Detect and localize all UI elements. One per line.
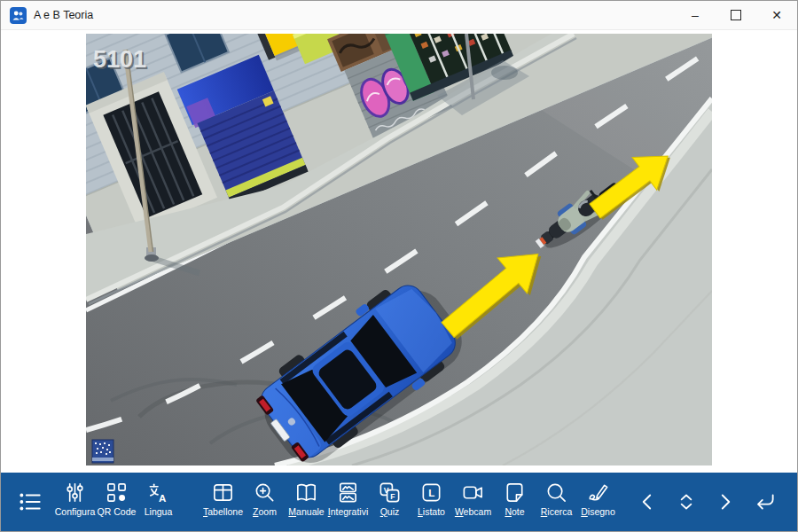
toolbar-button-lingua[interactable]: A Lingua xyxy=(137,474,179,529)
toolbar-label: Quiz xyxy=(380,506,400,517)
chevron-right-icon xyxy=(712,489,739,515)
svg-text:L: L xyxy=(428,488,434,498)
webcam-icon xyxy=(461,481,485,505)
images-icon xyxy=(336,481,360,505)
app-icon xyxy=(10,7,27,24)
previous-question-button[interactable] xyxy=(628,474,667,529)
toolbar-button-menu[interactable] xyxy=(6,474,54,529)
toolbar-button-qr-code[interactable]: QR Code xyxy=(96,474,137,529)
content-area: 5101 5101 xyxy=(1,30,797,473)
svg-text:A: A xyxy=(159,493,167,504)
list-icon xyxy=(17,489,43,515)
confirm-return-button[interactable] xyxy=(745,474,784,529)
close-button[interactable]: ✕ xyxy=(756,1,797,29)
toolbar-label: Configura xyxy=(55,506,96,517)
toolbar-button-listato[interactable]: L Listato xyxy=(411,474,452,529)
toolbar-label: Integrativi xyxy=(328,506,369,517)
return-arrow-icon xyxy=(751,489,778,515)
toolbar-label: Tabellone xyxy=(203,506,243,517)
sliders-icon xyxy=(63,481,87,505)
toolbar-button-integrativi[interactable]: Integrativi xyxy=(327,474,369,529)
grid-icon xyxy=(211,481,235,505)
maximize-icon xyxy=(731,10,741,20)
expand-collapse-button[interactable] xyxy=(667,474,706,529)
chevron-left-icon xyxy=(634,489,661,515)
next-question-button[interactable] xyxy=(706,474,745,529)
titlebar: A e B Teoria – ✕ xyxy=(1,1,797,30)
chevron-up-down-icon xyxy=(673,489,700,515)
question-image[interactable]: 5101 5101 xyxy=(86,34,712,466)
qr-code-icon xyxy=(105,481,129,505)
toolbar-label: Listato xyxy=(418,506,445,517)
letter-l-icon: L xyxy=(419,481,443,505)
toolbar-label: Webcam xyxy=(455,506,491,517)
toolbar-label: Zoom xyxy=(253,506,277,517)
translate-icon: A xyxy=(146,481,170,505)
toolbar-button-disegno[interactable]: Disegno xyxy=(577,474,619,529)
toolbar-button-manuale[interactable]: Manuale xyxy=(286,474,327,529)
toolbar: Configura QR Code A Lingua xyxy=(1,473,797,531)
zoom-in-icon xyxy=(253,481,277,505)
toolbar-button-tabellone[interactable]: Tabellone xyxy=(202,474,244,529)
toolbar-button-configura[interactable]: Configura xyxy=(54,474,96,529)
book-icon xyxy=(294,481,318,505)
pen-icon xyxy=(586,481,610,505)
toolbar-label: Note xyxy=(505,506,524,517)
true-false-icon: V F xyxy=(378,481,402,505)
toolbar-button-webcam[interactable]: Webcam xyxy=(452,474,494,529)
toolbar-button-ricerca[interactable]: Ricerca xyxy=(536,474,577,529)
toolbar-label: Manuale xyxy=(288,506,324,517)
minimize-button[interactable]: – xyxy=(675,1,716,29)
toolbar-label: Ricerca xyxy=(541,506,573,517)
toolbar-button-note[interactable]: Note xyxy=(494,474,536,529)
close-icon: ✕ xyxy=(771,9,782,21)
maximize-button[interactable] xyxy=(716,1,756,29)
window-title: A e B Teoria xyxy=(34,9,93,21)
toolbar-label: Lingua xyxy=(145,506,173,517)
search-icon xyxy=(544,481,568,505)
app-window: A e B Teoria – ✕ xyxy=(0,0,798,532)
toolbar-label: Disegno xyxy=(581,506,615,517)
svg-text:F: F xyxy=(390,492,395,501)
note-icon xyxy=(503,481,527,505)
question-number: 5101 xyxy=(93,46,146,73)
toolbar-button-quiz[interactable]: V F Quiz xyxy=(369,474,411,529)
toolbar-button-zoom[interactable]: Zoom xyxy=(244,474,286,529)
minimize-icon: – xyxy=(692,9,699,21)
publisher-watermark xyxy=(92,440,113,463)
toolbar-label: QR Code xyxy=(98,506,137,517)
